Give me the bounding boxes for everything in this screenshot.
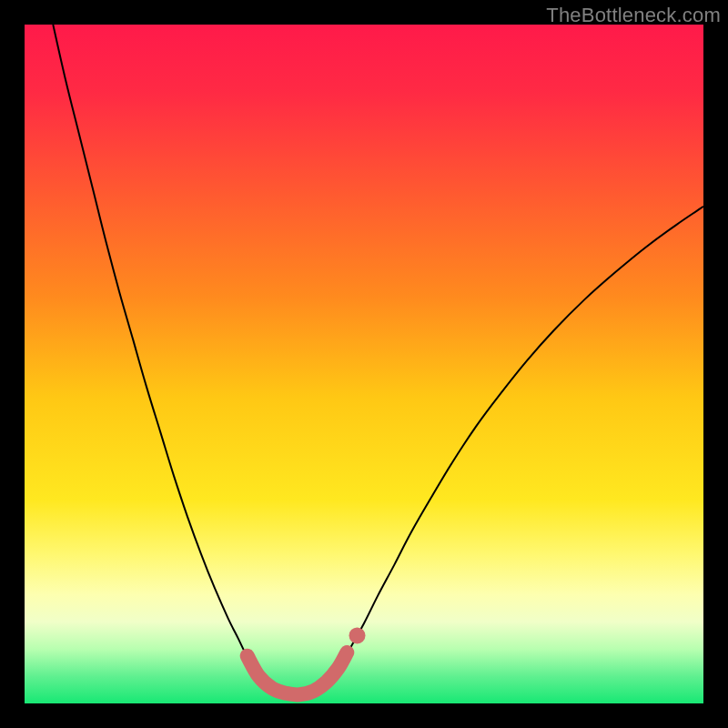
chart-frame: TheBottleneck.com: [0, 0, 728, 728]
chart-svg: [25, 25, 703, 703]
gradient-background: [25, 25, 703, 703]
watermark-text: TheBottleneck.com: [546, 4, 721, 27]
plot-area: [25, 25, 703, 703]
highlight-dot: [349, 627, 366, 643]
